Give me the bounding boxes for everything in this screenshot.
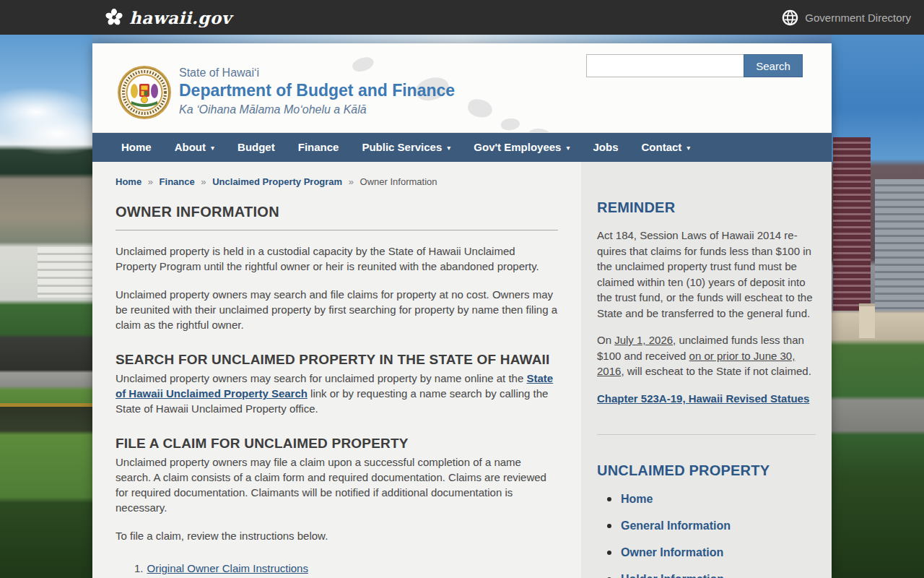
state-of-hawaii-label: State of Hawaiʻi (179, 66, 455, 79)
breadcrumb-separator: » (349, 176, 354, 187)
page-title: OWNER INFORMATION (116, 204, 558, 220)
bullet-dot (607, 524, 611, 528)
breadcrumb-finance[interactable]: Finance (160, 176, 195, 187)
date-july-1-2026: July 1, 2026 (614, 334, 673, 346)
church-tower-shape (859, 303, 875, 338)
hawaii-islands-watermark (500, 117, 520, 131)
nav-item-jobs[interactable]: Jobs (581, 133, 629, 162)
department-title[interactable]: Department of Budget and Finance (179, 81, 455, 100)
background-photo-left (0, 0, 92, 578)
sidebar-item-home[interactable]: Home (607, 493, 816, 506)
breadcrumb-home[interactable]: Home (116, 176, 141, 187)
building-shape (875, 179, 924, 311)
pool-edge-shape (0, 403, 92, 407)
topbar: hawaii.gov Government Directory (0, 0, 924, 35)
list-item-number: 1. (134, 561, 144, 578)
sidebar-item-general-information[interactable]: General Information (607, 519, 816, 532)
chevron-down-icon: ▾ (687, 134, 690, 163)
nav-item-contact[interactable]: Contact▾ (630, 133, 702, 162)
nav-item-public-services[interactable]: Public Services▾ (350, 133, 462, 162)
bullet-dot (607, 551, 611, 555)
hibiscus-icon (105, 8, 123, 27)
original-owner-claim-instructions-link[interactable]: Original Owner Claim Instructions (147, 562, 308, 574)
claim-instructions-lead: To file a claim, review the instructions… (116, 528, 558, 543)
search-input[interactable] (586, 54, 744, 77)
nav-item-home[interactable]: Home (110, 133, 163, 162)
search-button[interactable]: Search (744, 54, 803, 77)
breadcrumb-separator: » (201, 176, 206, 187)
nav-item-govt-employees[interactable]: Gov't Employees▾ (462, 133, 581, 162)
search-section-title: SEARCH FOR UNCLAIMED PROPERTY IN THE STA… (116, 352, 558, 368)
page-container: State of Hawaiʻi Department of Budget an… (92, 43, 832, 578)
hawaiigov-logo-text: hawaii.gov (129, 8, 232, 27)
sidebar-divider (597, 434, 816, 435)
building-shape (38, 247, 92, 298)
title-divider (116, 230, 558, 230)
hawaiigov-logo-link[interactable]: hawaii.gov (105, 8, 232, 27)
unclaimed-property-menu-title: UNCLAIMED PROPERTY (597, 462, 816, 479)
chevron-down-icon: ▾ (566, 134, 570, 163)
hawaiian-subtitle: Ka ʻOihana Mālama Moʻohelu a Kālā (179, 103, 455, 116)
chevron-down-icon: ▾ (211, 134, 214, 163)
claim-section-paragraph: Unclaimed property owners may file a cla… (116, 454, 558, 515)
state-seal (117, 65, 172, 120)
claim-section-title: FILE A CLAIM FOR UNCLAIMED PROPERTY (116, 436, 558, 452)
bullet-dot (607, 497, 611, 501)
chapter-523a-19-link[interactable]: Chapter 523A-19, Hawaii Revised Statues (597, 392, 809, 405)
content-area: Home » Finance » Unclaimed Property Prog… (92, 162, 832, 578)
reminder-paragraph-1: Act 184, Session Laws of Hawaii 2014 req… (597, 228, 816, 321)
main-column: Home » Finance » Unclaimed Property Prog… (92, 162, 581, 578)
agency-titles: State of Hawaiʻi Department of Budget an… (179, 66, 455, 116)
claim-instructions-list: 1. Original Owner Claim Instructions Thi… (134, 561, 558, 578)
unclaimed-property-menu: Home General Information Owner Informati… (607, 493, 816, 578)
intro-paragraph-1: Unclaimed property is held in a custodia… (116, 243, 558, 274)
intro-paragraph-2: Unclaimed property owners may search and… (116, 287, 558, 332)
building-shape (833, 137, 871, 311)
sidebar-item-holder-information[interactable]: Holder Information (607, 573, 816, 578)
breadcrumb-unclaimed-property-program[interactable]: Unclaimed Property Program (212, 176, 342, 187)
search-section-paragraph: Unclaimed property owners may search for… (116, 371, 558, 416)
reminder-paragraph-2: On July 1, 2026, unclaimed funds less th… (597, 332, 816, 379)
nav-item-budget[interactable]: Budget (226, 133, 287, 162)
reminder-title: REMINDER (597, 199, 816, 216)
government-directory-link[interactable]: Government Directory (782, 9, 911, 26)
list-item: 1. Original Owner Claim Instructions Thi… (134, 561, 558, 578)
breadcrumb-current: Owner Information (360, 176, 437, 187)
site-search: Search (586, 54, 803, 77)
site-header: State of Hawaiʻi Department of Budget an… (92, 43, 832, 133)
hawaii-islands-watermark (466, 98, 494, 120)
sidebar: REMINDER Act 184, Session Laws of Hawaii… (581, 162, 832, 578)
nav-item-finance[interactable]: Finance (287, 133, 351, 162)
breadcrumb-separator: » (148, 176, 153, 187)
chevron-down-icon: ▾ (447, 134, 450, 163)
nav-item-about[interactable]: About▾ (163, 133, 226, 162)
hawaii-islands-watermark (528, 129, 550, 133)
main-navigation: Home About▾ Budget Finance Public Servic… (92, 133, 832, 162)
breadcrumb: Home » Finance » Unclaimed Property Prog… (116, 176, 558, 187)
background-photo-right (832, 0, 924, 578)
government-directory-label: Government Directory (805, 12, 911, 24)
globe-icon (782, 9, 798, 26)
sidebar-item-owner-information[interactable]: Owner Information (607, 546, 816, 559)
